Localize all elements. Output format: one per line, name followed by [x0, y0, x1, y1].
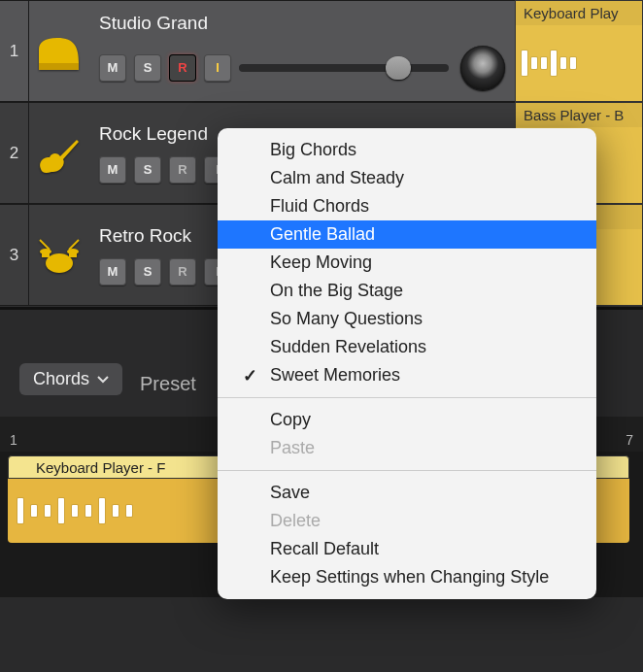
solo-button[interactable]: S: [134, 156, 161, 184]
menu-item[interactable]: Calm and Steady: [218, 164, 596, 192]
ruler-mark: 1: [10, 432, 17, 452]
record-enable-button[interactable]: R: [169, 156, 196, 184]
svg-rect-0: [39, 63, 79, 70]
region-title: Bass Player - B: [516, 103, 642, 127]
track-controls: M S R I: [99, 46, 505, 90]
guitar-icon: [36, 130, 83, 177]
menu-item[interactable]: Gentle Ballad: [218, 220, 596, 249]
input-monitor-button[interactable]: I: [204, 54, 231, 82]
track-row[interactable]: 1 Studio Grand M S R I: [0, 0, 515, 102]
track-icon-wrap: [29, 103, 89, 203]
svg-point-1: [46, 253, 73, 273]
solo-button[interactable]: S: [134, 258, 161, 286]
menu-item[interactable]: Recall Default: [218, 535, 596, 563]
chevron-down-icon: [97, 376, 109, 384]
mute-button[interactable]: M: [99, 156, 126, 184]
region-title: Keyboard Play: [516, 1, 642, 25]
track-number: 3: [0, 205, 29, 305]
record-enable-button[interactable]: R: [169, 258, 196, 286]
svg-line-6: [40, 240, 50, 250]
menu-item[interactable]: On the Big Stage: [218, 277, 596, 305]
track-icon-wrap: [29, 205, 89, 305]
menu-item[interactable]: Keep Moving: [218, 249, 596, 277]
volume-slider[interactable]: [239, 57, 449, 79]
svg-rect-4: [42, 252, 50, 257]
svg-rect-5: [69, 252, 77, 257]
drums-icon: [36, 232, 83, 279]
region-notes: [516, 25, 642, 100]
preset-label[interactable]: Preset: [140, 373, 196, 395]
menu-item[interactable]: Big Chords: [218, 136, 596, 164]
menu-item[interactable]: Keep Settings when Changing Style: [218, 563, 596, 591]
chords-dropdown[interactable]: Chords: [19, 363, 122, 395]
menu-item: Delete: [218, 507, 596, 535]
menu-item[interactable]: Fluid Chords: [218, 192, 596, 220]
timeline-region-title: Keyboard Player - F: [36, 459, 165, 476]
menu-item[interactable]: Sweet Memories: [218, 361, 596, 389]
menu-separator: [218, 397, 596, 398]
preset-context-menu: Big ChordsCalm and SteadyFluid ChordsGen…: [218, 128, 596, 599]
menu-item[interactable]: Save: [218, 479, 596, 507]
pan-knob[interactable]: [460, 46, 505, 90]
piano-icon: [36, 28, 83, 75]
region[interactable]: Keyboard Play: [515, 0, 643, 102]
menu-item[interactable]: Sudden Revelations: [218, 333, 596, 361]
menu-item: Paste: [218, 434, 596, 462]
ruler-mark: 7: [626, 432, 633, 452]
solo-button[interactable]: S: [134, 54, 161, 82]
menu-separator: [218, 470, 596, 471]
mute-button[interactable]: M: [99, 54, 126, 82]
track-number: 2: [0, 103, 29, 203]
track-main: Studio Grand M S R I: [89, 1, 515, 101]
menu-item[interactable]: Copy: [218, 406, 596, 434]
track-title[interactable]: Studio Grand: [99, 13, 505, 34]
dropdown-label: Chords: [33, 369, 89, 389]
track-number: 1: [0, 1, 29, 101]
record-enable-button[interactable]: R: [169, 54, 196, 82]
track-icon-wrap: [29, 1, 89, 101]
svg-line-7: [69, 240, 79, 250]
mute-button[interactable]: M: [99, 258, 126, 286]
menu-item[interactable]: So Many Questions: [218, 305, 596, 333]
